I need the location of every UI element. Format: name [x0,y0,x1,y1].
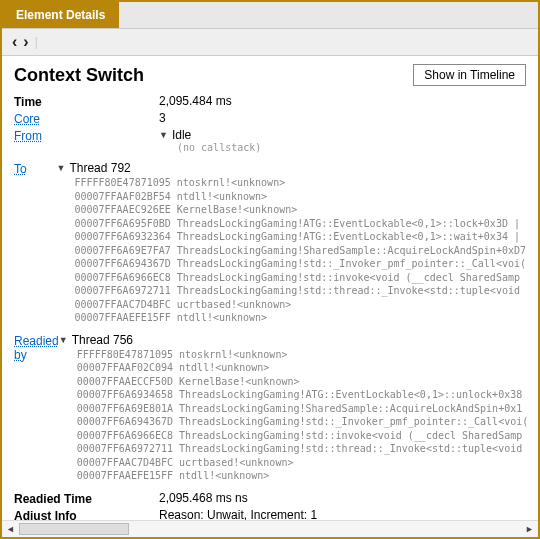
row-readied-by: Readied by ▼ Thread 756 FFFFF80E47871095… [14,333,526,489]
label-time: Time [14,94,159,109]
stack-frame: 00007FFAAF02C094 ntdll!<unknown> [77,361,529,375]
row-time: Time 2,095.484 ms [14,94,526,109]
to-thread-name: Thread 792 [69,161,130,175]
row-adjust-info: Adjust Info Reason: Unwait, Increment: 1 [14,508,526,521]
toolbar: ‹ › | [2,29,538,56]
content-area: Context Switch Show in Timeline Time 2,0… [2,56,538,520]
forward-button[interactable]: › [23,33,28,51]
toolbar-divider: | [35,35,38,49]
stack-frame: 00007FF6A69E801A ThreadsLockingGaming!Sh… [77,402,529,416]
readied-by-thread-name: Thread 756 [72,333,133,347]
stack-frame: 00007FF6A6934658 ThreadsLockingGaming!AT… [77,388,529,402]
stack-frame: 00007FFAAEFE15FF ntdll!<unknown> [77,469,529,483]
value-adjust-info: Reason: Unwait, Increment: 1 [159,508,317,521]
stack-frame: 00007FFAAEFE15FF ntdll!<unknown> [74,311,526,325]
stack-frame: 00007FF6A6972711 ThreadsLockingGaming!st… [77,442,529,456]
expand-icon[interactable]: ▼ [159,130,168,140]
scroll-track[interactable] [19,521,521,537]
stack-frame: 00007FF6A6932364 ThreadsLockingGaming!AT… [74,230,526,244]
back-button[interactable]: ‹ [12,33,17,51]
scroll-thumb[interactable] [19,523,129,535]
readied-by-callstack: FFFFF80E47871095 ntoskrnl!<unknown>00007… [77,348,529,483]
label-readied-time: Readied Time [14,491,159,506]
stack-frame: 00007FF6A6972711 ThreadsLockingGaming!st… [74,284,526,298]
label-readied-by[interactable]: Readied by [14,333,59,362]
stack-frame: 00007FF6A694367D ThreadsLockingGaming!st… [77,415,529,429]
to-callstack: FFFFF80E47871095 ntoskrnl!<unknown>00007… [74,176,526,325]
value-readied-by: ▼ Thread 756 FFFFF80E47871095 ntoskrnl!<… [59,333,529,489]
header-row: Context Switch Show in Timeline [14,64,526,86]
element-details-panel: Element Details ‹ › | Context Switch Sho… [0,0,540,539]
value-core: 3 [159,111,166,125]
stack-frame: 00007FF6A69E7FA7 ThreadsLockingGaming!Sh… [74,244,526,258]
label-to[interactable]: To [14,161,56,176]
row-core: Core 3 [14,111,526,126]
stack-frame: 00007FF6A694367D ThreadsLockingGaming!st… [74,257,526,271]
value-time: 2,095.484 ms [159,94,232,108]
horizontal-scrollbar[interactable]: ◄ ► [2,520,538,537]
expand-icon[interactable]: ▼ [59,335,68,345]
value-from: ▼ Idle (no callstack) [159,128,261,159]
tab-element-details[interactable]: Element Details [2,2,119,28]
scroll-left-icon[interactable]: ◄ [2,524,19,534]
row-from: From ▼ Idle (no callstack) [14,128,526,159]
page-title: Context Switch [14,65,144,86]
stack-frame: 00007FFAAEC926EE KernelBase!<unknown> [74,203,526,217]
label-from[interactable]: From [14,128,159,143]
stack-frame: FFFFF80E47871095 ntoskrnl!<unknown> [74,176,526,190]
value-readied-time: 2,095.468 ms ns [159,491,248,505]
show-in-timeline-button[interactable]: Show in Timeline [413,64,526,86]
stack-frame: 00007FFAAECCF50D KernelBase!<unknown> [77,375,529,389]
label-core[interactable]: Core [14,111,159,126]
from-no-callstack: (no callstack) [177,142,261,153]
stack-frame: 00007FFAAC7D4BFC ucrtbased!<unknown> [77,456,529,470]
row-to: To ▼ Thread 792 FFFFF80E47871095 ntoskrn… [14,161,526,331]
stack-frame: 00007FFAAF02BF54 ntdll!<unknown> [74,190,526,204]
from-thread-name: Idle [172,128,191,142]
row-readied-time: Readied Time 2,095.468 ms ns [14,491,526,506]
expand-icon[interactable]: ▼ [56,163,65,173]
value-to: ▼ Thread 792 FFFFF80E47871095 ntoskrnl!<… [56,161,526,331]
stack-frame: FFFFF80E47871095 ntoskrnl!<unknown> [77,348,529,362]
tab-bar: Element Details [2,2,538,29]
stack-frame: 00007FF6A695F0BD ThreadsLockingGaming!AT… [74,217,526,231]
scroll-right-icon[interactable]: ► [521,524,538,534]
stack-frame: 00007FF6A6966EC8 ThreadsLockingGaming!st… [77,429,529,443]
stack-frame: 00007FFAAC7D4BFC ucrtbased!<unknown> [74,298,526,312]
label-adjust-info: Adjust Info [14,508,159,521]
stack-frame: 00007FF6A6966EC8 ThreadsLockingGaming!st… [74,271,526,285]
